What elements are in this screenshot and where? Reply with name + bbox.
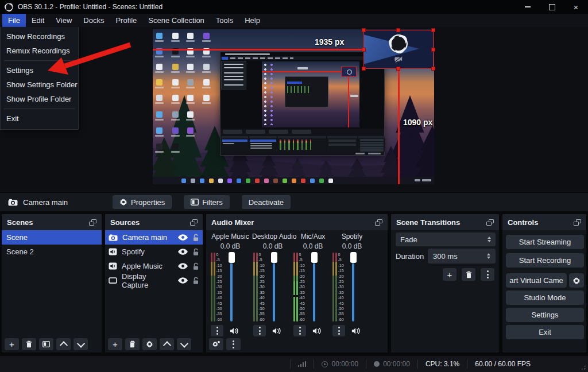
virtual-camera-config-button[interactable]	[569, 273, 584, 288]
meter-tick-label: -35	[338, 290, 348, 294]
source-item[interactable]: Camera main	[105, 230, 203, 245]
source-item[interactable]: Spotify	[105, 245, 203, 259]
slider-knob[interactable]	[271, 252, 277, 263]
visibility-eye-icon[interactable]	[178, 263, 188, 269]
menu-tools[interactable]: Tools	[210, 14, 239, 27]
unlock-icon[interactable]	[192, 277, 199, 285]
maximize-button[interactable]	[540, 0, 564, 14]
popout-icon[interactable]	[89, 219, 96, 226]
resize-handle[interactable]	[362, 67, 366, 71]
chevron-up-icon	[59, 341, 67, 349]
visibility-eye-icon[interactable]	[178, 277, 188, 284]
resize-handle[interactable]	[362, 28, 366, 32]
source-item[interactable]: Apple Music	[105, 259, 203, 273]
move-scene-up-button[interactable]	[56, 338, 71, 350]
scene-item[interactable]: Scene	[2, 230, 102, 245]
channel-menu-button[interactable]	[293, 325, 306, 336]
add-source-button[interactable]: +	[108, 338, 122, 350]
menu-file[interactable]: File	[2, 14, 26, 27]
transitions-title: Scene Transitions	[396, 218, 460, 227]
resize-grip[interactable]	[581, 365, 586, 370]
volume-slider[interactable]	[311, 253, 318, 321]
resize-handle[interactable]	[431, 28, 435, 32]
unlock-icon[interactable]	[192, 248, 199, 256]
move-source-down-button[interactable]	[177, 338, 191, 350]
add-transition-button[interactable]: +	[443, 268, 457, 281]
remove-source-button[interactable]	[125, 338, 140, 350]
desktop-icon	[172, 79, 179, 86]
menu-scene-collection[interactable]: Scene Collection	[142, 14, 210, 27]
resize-handle[interactable]	[396, 67, 400, 71]
file-menu-show-recordings[interactable]: Show Recordings	[1, 29, 78, 44]
popout-icon[interactable]	[375, 219, 382, 226]
properties-button[interactable]: Properties	[113, 195, 172, 209]
speaker-icon[interactable]	[230, 327, 239, 335]
meter-tick-label: -10	[299, 264, 309, 268]
menu-edit[interactable]: Edit	[26, 14, 50, 27]
menu-docks[interactable]: Docks	[78, 14, 110, 27]
move-source-up-button[interactable]	[160, 338, 174, 350]
unlock-icon[interactable]	[192, 262, 199, 270]
remove-transition-button[interactable]	[462, 268, 475, 281]
popout-icon[interactable]	[190, 219, 198, 226]
unlock-icon[interactable]	[192, 234, 199, 242]
add-scene-button[interactable]: +	[5, 338, 19, 350]
channel-menu-button[interactable]	[332, 325, 345, 336]
selected-source-box[interactable]	[363, 30, 434, 69]
scene-item[interactable]: Scene 2	[2, 245, 102, 259]
deactivate-button[interactable]: Deactivate	[242, 195, 291, 209]
speaker-icon[interactable]	[272, 327, 281, 335]
chevron-up-icon	[163, 341, 171, 349]
file-menu-remux-recordings[interactable]: Remux Recordings	[1, 44, 78, 58]
settings-button[interactable]: Settings	[506, 308, 584, 322]
visibility-eye-icon[interactable]	[178, 234, 188, 241]
filters-button[interactable]: Filters	[184, 195, 229, 209]
popout-icon[interactable]	[486, 219, 494, 226]
speaker-icon[interactable]	[351, 327, 361, 335]
volume-slider[interactable]	[270, 253, 278, 321]
scene-filters-button[interactable]	[39, 338, 53, 350]
speaker-icon[interactable]	[312, 327, 322, 335]
inner-inner-obs-window	[285, 76, 328, 107]
menu-view[interactable]: View	[50, 14, 78, 27]
menu-help[interactable]: Help	[239, 14, 266, 27]
start-recording-button[interactable]: Start Recording	[506, 253, 584, 268]
chevron-down-icon	[76, 339, 84, 347]
sources-toolbar: +	[108, 338, 191, 350]
visibility-eye-icon[interactable]	[178, 249, 188, 255]
desktop-icon	[203, 95, 210, 101]
start-streaming-button[interactable]: Start Streaming	[506, 235, 584, 249]
studio-mode-button[interactable]: Studio Mode	[506, 290, 584, 305]
volume-slider[interactable]	[350, 253, 357, 321]
remove-scene-button[interactable]	[22, 338, 36, 350]
slider-knob[interactable]	[229, 252, 235, 263]
mixer-menu-button[interactable]	[226, 338, 241, 350]
transition-select[interactable]: Fade	[396, 232, 496, 246]
close-button[interactable]: ×	[564, 0, 588, 14]
source-properties-button[interactable]	[142, 338, 157, 350]
file-menu-show-settings-folder[interactable]: Show Settings Folder	[1, 78, 78, 92]
meter-tick-label: -15	[299, 269, 309, 273]
slider-knob[interactable]	[350, 252, 357, 263]
volume-slider[interactable]	[228, 253, 235, 321]
resize-handle[interactable]	[396, 28, 400, 32]
file-menu-settings[interactable]: Settings	[1, 63, 78, 78]
start-virtual-camera-button[interactable]: art Virtual Came	[506, 273, 567, 288]
slider-knob[interactable]	[311, 252, 318, 263]
file-menu-show-profile-folder[interactable]: Show Profile Folder	[1, 92, 78, 106]
file-menu-exit[interactable]: Exit	[1, 111, 78, 126]
resize-handle[interactable]	[431, 48, 435, 52]
menu-profile[interactable]: Profile	[110, 14, 142, 27]
channel-menu-button[interactable]	[253, 325, 266, 336]
move-scene-down-button[interactable]	[74, 338, 88, 350]
popout-icon[interactable]	[574, 219, 581, 226]
exit-button[interactable]: Exit	[506, 325, 584, 339]
advanced-audio-button[interactable]	[209, 338, 223, 350]
transition-properties-button[interactable]	[481, 268, 494, 281]
resize-handle[interactable]	[362, 48, 366, 52]
resize-handle[interactable]	[431, 67, 435, 71]
duration-spinbox[interactable]: 300 ms	[428, 249, 496, 264]
channel-menu-button[interactable]	[211, 325, 223, 336]
minimize-button[interactable]	[516, 0, 540, 14]
source-item[interactable]: Display Capture	[105, 273, 203, 288]
